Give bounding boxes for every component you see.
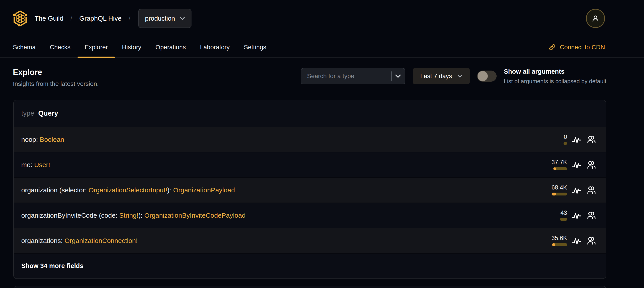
usage-bar — [552, 193, 567, 195]
activity-icon[interactable] — [572, 185, 581, 195]
tab-schema[interactable]: Schema — [6, 37, 43, 58]
tab-laboratory[interactable]: Laboratory — [193, 37, 237, 58]
field-text: organization (selector: — [21, 186, 89, 194]
tab-checks[interactable]: Checks — [43, 37, 78, 58]
breadcrumb-organization[interactable]: The Guild — [34, 15, 64, 22]
activity-icon[interactable] — [572, 211, 581, 220]
field-text: ): — [138, 212, 144, 219]
activity-icon[interactable] — [572, 135, 581, 144]
request-count: 43 — [560, 210, 567, 216]
search-input[interactable] — [306, 72, 390, 80]
breadcrumb: The Guild / GraphQL Hive / production — [34, 9, 192, 28]
top-bar: The Guild / GraphQL Hive / production — [0, 0, 644, 37]
field-signature: organizations: OrganizationConnection! — [21, 237, 138, 244]
activity-icon[interactable] — [572, 160, 581, 170]
type-link[interactable]: User! — [34, 161, 50, 168]
usage-bar-highlight — [552, 193, 556, 195]
table-row[interactable]: noop: Boolean 0 — [14, 127, 606, 152]
chevron-down-icon — [458, 75, 462, 78]
nav-tabs: SchemaChecksExplorerHistoryOperationsLab… — [6, 37, 274, 58]
breadcrumb-separator: / — [70, 15, 72, 22]
field-signature: me: User! — [21, 161, 50, 169]
field-usage: 43 — [538, 210, 567, 221]
main-nav: SchemaChecksExplorerHistoryOperationsLab… — [0, 37, 644, 58]
field-text: noop: — [21, 136, 40, 143]
divider — [391, 72, 392, 81]
type-name[interactable]: Query — [38, 109, 58, 117]
show-more-fields-button[interactable]: Show 34 more fields — [14, 253, 606, 278]
field-signature: organizationByInviteCode (code: String!)… — [21, 212, 246, 219]
consumers-icon[interactable] — [586, 135, 596, 144]
hive-logo-icon[interactable] — [13, 11, 27, 27]
target-selector-value: production — [145, 15, 175, 22]
tab-history[interactable]: History — [115, 37, 148, 58]
breadcrumb-separator: / — [129, 15, 130, 22]
type-link[interactable]: String! — [119, 212, 138, 219]
field-usage: 37.7K — [538, 159, 567, 170]
request-count: 35.6K — [551, 235, 567, 241]
period-selector-value: Last 7 days — [420, 73, 452, 80]
usage-bar-highlight — [553, 167, 556, 170]
user-icon — [591, 14, 600, 23]
usage-bar — [560, 218, 567, 221]
table-row[interactable]: organizationByInviteCode (code: String!)… — [14, 203, 606, 228]
type-link[interactable]: OrganizationByInviteCodePayload — [144, 212, 246, 219]
usage-bar-highlight — [552, 243, 555, 246]
page-subtitle: Insights from the latest version. — [13, 80, 99, 87]
link-icon — [549, 44, 556, 51]
toggle-labels: Show all arguments List of arguments is … — [504, 68, 606, 85]
schema-type-card: type Query noop: Boolean 0 me: User! 37.… — [13, 100, 606, 279]
toggle-label: Show all arguments — [504, 68, 606, 75]
toggle-description: List of arguments is collapsed by defaul… — [504, 78, 606, 85]
usage-bar — [564, 142, 567, 145]
table-row[interactable]: organization (selector: OrganizationSele… — [14, 177, 606, 203]
request-count: 68.4K — [551, 185, 567, 191]
chevron-down-icon[interactable] — [395, 74, 401, 78]
toggle-knob — [478, 71, 488, 81]
request-count: 37.7K — [551, 159, 567, 165]
tab-operations[interactable]: Operations — [148, 37, 193, 58]
consumers-icon[interactable] — [586, 160, 596, 170]
filter-controls: Last 7 days Show all arguments List of a… — [301, 68, 606, 85]
tab-settings[interactable]: Settings — [237, 37, 273, 58]
field-text: organizationByInviteCode (code: — [21, 212, 119, 219]
controls-row: Explore Insights from the latest version… — [0, 58, 644, 87]
type-kind-label: type — [21, 109, 34, 117]
user-menu-button[interactable] — [586, 9, 605, 28]
type-link[interactable]: OrganizationSelectorInput! — [89, 186, 167, 194]
table-row[interactable]: me: User! 37.7K — [14, 152, 606, 177]
type-card-header: type Query — [14, 100, 606, 127]
period-selector[interactable]: Last 7 days — [413, 68, 470, 84]
request-count: 0 — [564, 134, 567, 140]
field-usage: 0 — [538, 134, 567, 145]
tab-explorer[interactable]: Explorer — [78, 37, 115, 58]
type-link[interactable]: Boolean — [40, 136, 64, 143]
type-link[interactable]: OrganizationPayload — [173, 186, 235, 194]
field-usage: 35.6K — [538, 235, 567, 246]
type-link[interactable]: OrganizationConnection! — [64, 237, 138, 244]
chevron-down-icon — [180, 17, 185, 20]
type-search-combobox[interactable] — [301, 68, 405, 84]
target-selector[interactable]: production — [138, 9, 191, 28]
connect-to-cdn-label: Connect to CDN — [560, 44, 605, 51]
breadcrumb-project[interactable]: GraphQL Hive — [79, 15, 122, 22]
show-all-arguments-toggle[interactable] — [477, 71, 497, 82]
consumers-icon[interactable] — [586, 236, 596, 246]
field-text: ): — [167, 186, 173, 194]
field-text: me: — [21, 161, 34, 168]
usage-bar — [553, 167, 567, 170]
consumers-icon[interactable] — [586, 211, 596, 220]
field-signature: noop: Boolean — [21, 136, 64, 143]
field-text: organizations: — [21, 237, 64, 244]
page-header: Explore Insights from the latest version… — [13, 68, 99, 87]
field-signature: organization (selector: OrganizationSele… — [21, 186, 235, 194]
page-title: Explore — [13, 68, 99, 77]
field-rows: noop: Boolean 0 me: User! 37.7K — [14, 127, 606, 253]
next-type-card-stub — [13, 286, 606, 288]
connect-to-cdn-button[interactable]: Connect to CDN — [549, 37, 605, 58]
table-row[interactable]: organizations: OrganizationConnection! 3… — [14, 228, 606, 253]
consumers-icon[interactable] — [586, 185, 596, 195]
activity-icon[interactable] — [572, 236, 581, 246]
usage-bar — [552, 243, 567, 246]
field-usage: 68.4K — [538, 185, 567, 195]
